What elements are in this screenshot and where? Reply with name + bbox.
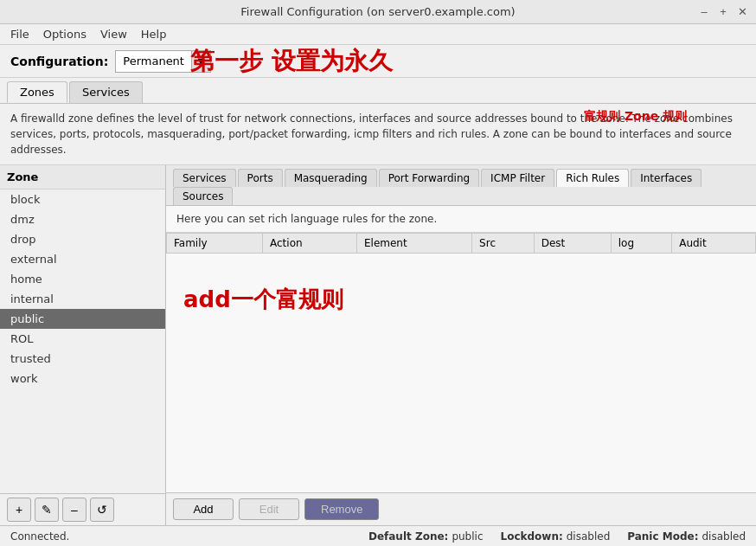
zone-item-rol[interactable]: ROL [0, 329, 165, 349]
col-family: Family [167, 234, 263, 254]
zone-remove-button[interactable]: – [62, 498, 86, 522]
zone-item-external[interactable]: external [0, 249, 165, 269]
zone-item-work[interactable]: work [0, 369, 165, 389]
action-buttons: Add Edit Remove [166, 492, 756, 525]
titlebar: Firewall Configuration (on server0.examp… [0, 0, 756, 24]
lockdown-value: disabled [567, 530, 611, 543]
sub-tab-sources[interactable]: Sources [173, 187, 233, 205]
zone-item-block[interactable]: block [0, 189, 165, 209]
configuration-value: Permanent [116, 53, 191, 69]
col-dest: Dest [534, 234, 611, 254]
sub-tab-masquerading[interactable]: Masquerading [285, 169, 377, 187]
remove-rule-button[interactable]: Remove [304, 498, 379, 520]
menu-file[interactable]: File [3, 26, 36, 42]
menu-options[interactable]: Options [36, 26, 93, 42]
rules-table: Family Action Element Src Dest log Audit [166, 233, 756, 254]
main-panels: Zone block dmz drop external home intern… [0, 165, 756, 525]
zone-item-public[interactable]: public [0, 309, 165, 329]
description-area: A firewalld zone defines the level of tr… [0, 104, 756, 165]
sub-tabs: Services Ports Masquerading Port Forward… [166, 165, 756, 206]
configbar: Configuration: Permanent ▼ 第一步 设置为永久 [0, 45, 756, 78]
edit-rule-button[interactable]: Edit [239, 498, 299, 520]
close-button[interactable]: ✕ [735, 5, 749, 19]
sub-tab-rich-rules[interactable]: Rich Rules [556, 169, 629, 187]
zone-add-button[interactable]: + [7, 498, 31, 522]
menu-help[interactable]: Help [134, 26, 174, 42]
col-audit: Audit [672, 234, 756, 254]
panic-mode-item: Panic Mode: disabled [627, 530, 746, 543]
zone-item-trusted[interactable]: trusted [0, 349, 165, 369]
step-overlay-text: 第一步 设置为永久 [190, 45, 393, 78]
sub-tab-services[interactable]: Services [173, 169, 236, 187]
zone-item-internal[interactable]: internal [0, 289, 165, 309]
zone-item-dmz[interactable]: dmz [0, 209, 165, 229]
sub-tab-ports[interactable]: Ports [238, 169, 283, 187]
tab-services[interactable]: Services [69, 81, 143, 103]
sub-tab-icmp-filter[interactable]: ICMP Filter [481, 169, 554, 187]
zone-edit-button[interactable]: ✎ [35, 498, 59, 522]
right-panel: Services Ports Masquerading Port Forward… [166, 165, 756, 525]
panic-mode-label: Panic Mode: [627, 530, 698, 543]
maximize-button[interactable]: + [716, 5, 730, 19]
rich-rules-area: Here you can set rich language rules for… [166, 206, 756, 525]
tab-zones[interactable]: Zones [7, 81, 67, 103]
default-zone-item: Default Zone: public [368, 530, 484, 543]
menu-view[interactable]: View [93, 26, 134, 42]
zone-panel: Zone block dmz drop external home intern… [0, 165, 166, 525]
minimize-button[interactable]: – [697, 5, 711, 19]
sub-tab-port-forwarding[interactable]: Port Forwarding [379, 169, 479, 187]
rich-rules-description: Here you can set rich language rules for… [166, 206, 756, 233]
description-overlay-text: 富规则 Zone 规则 [584, 107, 687, 125]
col-element: Element [356, 234, 471, 254]
lockdown-item: Lockdown: disabled [500, 530, 610, 543]
default-zone-label: Default Zone: [368, 530, 448, 543]
statusbar: Connected. Default Zone: public Lockdown… [0, 525, 756, 546]
zone-item-home[interactable]: home [0, 269, 165, 289]
col-action: Action [263, 234, 357, 254]
col-log: log [611, 234, 671, 254]
rules-table-container: Family Action Element Src Dest log Audit… [166, 233, 756, 492]
col-src: Src [472, 234, 535, 254]
table-overlay-text: add一个富规则 [183, 285, 343, 315]
zone-header: Zone [0, 165, 165, 189]
menubar: File Options View Help [0, 24, 756, 45]
window-title: Firewall Configuration (on server0.examp… [59, 5, 697, 18]
lockdown-label: Lockdown: [500, 530, 562, 543]
zone-item-drop[interactable]: drop [0, 229, 165, 249]
zone-reload-button[interactable]: ↺ [90, 498, 114, 522]
add-rule-button[interactable]: Add [173, 498, 234, 520]
status-items: Default Zone: public Lockdown: disabled … [368, 530, 746, 543]
sub-tab-interfaces[interactable]: Interfaces [631, 169, 702, 187]
zone-toolbar: + ✎ – ↺ [0, 493, 165, 525]
connection-status: Connected. [10, 530, 69, 543]
zone-list: block dmz drop external home internal pu… [0, 189, 165, 493]
main-tabs: Zones Services [0, 78, 756, 104]
default-zone-value: public [452, 530, 483, 543]
configuration-label: Configuration: [10, 55, 108, 68]
panic-mode-value: disabled [702, 530, 746, 543]
